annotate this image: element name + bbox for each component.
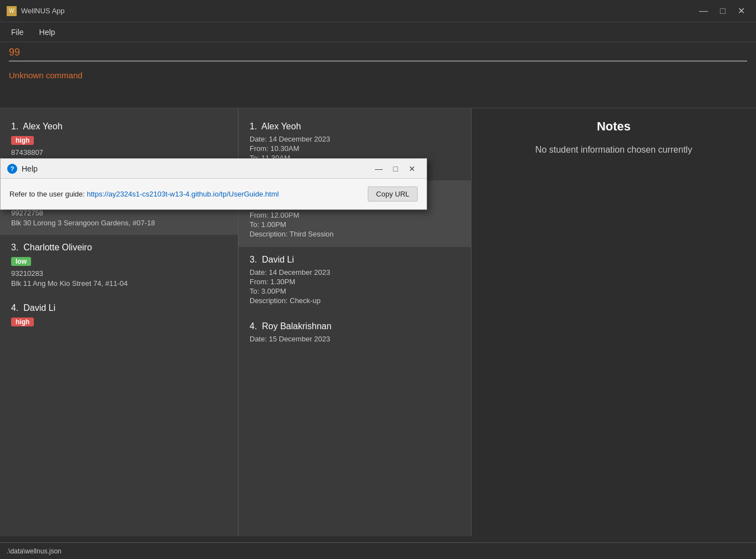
appointment-card-3[interactable]: 3. David Li Date: 14 December 2023 From:… — [239, 247, 471, 314]
appt-desc-3: Description: Check-up — [250, 296, 460, 305]
priority-badge-3: low — [11, 257, 31, 266]
notes-panel: Notes No student information chosen curr… — [471, 108, 756, 536]
help-minimize-button[interactable]: — — [371, 162, 387, 175]
appt-name-4: 4. Roy Balakrishnan — [250, 321, 460, 331]
help-maximize-button[interactable]: □ — [388, 162, 403, 175]
help-dialog-controls: — □ ✕ — [371, 162, 420, 175]
appt-to-2: To: 1.00PM — [250, 220, 460, 229]
appointment-card-4[interactable]: 4. Roy Balakrishnan Date: 15 December 20… — [239, 314, 471, 352]
appt-date-1: Date: 14 December 2023 — [250, 135, 460, 143]
output-text: Unknown command — [9, 70, 83, 80]
help-dialog-content: Refer to the user guide: https://ay2324s… — [1, 179, 427, 209]
command-input[interactable] — [9, 47, 747, 58]
notes-empty-text: No student information chosen currently — [483, 145, 745, 155]
priority-badge-4: high — [11, 318, 34, 326]
app-title: WellNUS App — [21, 7, 65, 15]
patient-address-2: Blk 30 Lorong 3 Serangoon Gardens, #07-1… — [11, 219, 227, 227]
appt-date-4: Date: 15 December 2023 — [250, 335, 460, 343]
patient-name-1: 1. Alex Yeoh — [11, 122, 227, 132]
app-icon-label: W — [9, 8, 14, 14]
copy-url-button[interactable]: Copy URL — [368, 187, 418, 202]
title-bar: W WellNUS App — □ ✕ — [0, 0, 756, 22]
menu-help[interactable]: Help — [33, 26, 62, 39]
patient-name-4: 4. David Li — [11, 303, 227, 313]
patient-card-4[interactable]: 4. David Li high — [0, 295, 238, 338]
command-divider — [9, 61, 747, 62]
title-bar-left: W WellNUS App — [7, 6, 65, 16]
help-dialog-icon: ? — [7, 164, 17, 174]
help-close-button[interactable]: ✕ — [404, 162, 420, 175]
appt-from-1: From: 10.30AM — [250, 144, 460, 153]
menu-file[interactable]: File — [4, 26, 31, 39]
appt-from-3: From: 1.30PM — [250, 278, 460, 286]
minimize-button[interactable]: — — [694, 4, 712, 18]
appt-desc-2: Description: Third Session — [250, 230, 460, 238]
patient-phone-2: 99272758 — [11, 209, 227, 217]
patient-address-3: Blk 11 Ang Mo Kio Street 74, #11-04 — [11, 279, 227, 288]
appt-to-3: To: 3.00PM — [250, 287, 460, 295]
menu-bar: File Help — [0, 22, 756, 42]
status-bar: .\data\wellnus.json — [0, 542, 756, 559]
patient-phone-3: 93210283 — [11, 269, 227, 278]
status-file-path: .\data\wellnus.json — [7, 547, 62, 555]
app-icon: W — [7, 6, 17, 16]
patient-card-3[interactable]: 3. Charlotte Oliveiro low 93210283 Blk 1… — [0, 235, 238, 295]
title-bar-controls: — □ ✕ — [694, 3, 749, 18]
maximize-button[interactable]: □ — [716, 4, 730, 18]
command-area — [0, 42, 756, 62]
help-guide-text: Refer to the user guide: https://ay2324s… — [9, 190, 361, 198]
close-button[interactable]: ✕ — [733, 3, 749, 18]
help-dialog-titlebar: ? Help — □ ✕ — [1, 159, 427, 179]
help-dialog-title-group: ? Help — [7, 164, 38, 174]
appt-from-2: From: 12.00PM — [250, 211, 460, 219]
patient-name-3: 3. Charlotte Oliveiro — [11, 243, 227, 253]
help-dialog-title-text: Help — [22, 164, 38, 173]
help-dialog: ? Help — □ ✕ Refer to the user guide: ht… — [0, 158, 427, 210]
help-guide-url[interactable]: https://ay2324s1-cs2103t-w13-4.github.io… — [87, 190, 278, 198]
notes-title: Notes — [483, 119, 745, 134]
priority-badge-1: high — [11, 136, 34, 145]
appt-date-3: Date: 14 December 2023 — [250, 268, 460, 276]
output-area: Unknown command — [0, 64, 756, 108]
appt-name-3: 3. David Li — [250, 255, 460, 265]
appt-name-1: 1. Alex Yeoh — [250, 122, 460, 132]
patient-phone-1: 87438807 — [11, 148, 227, 157]
